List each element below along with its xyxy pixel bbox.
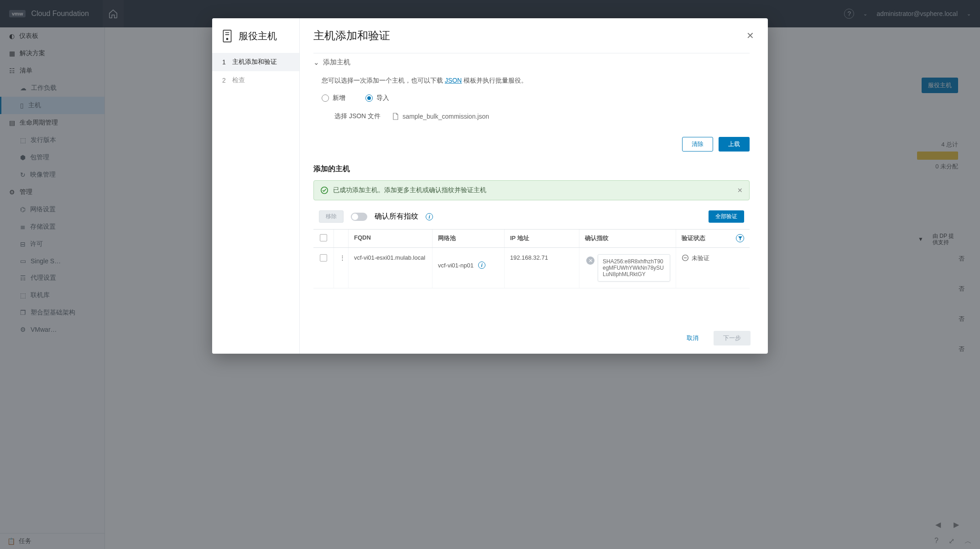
commission-wizard-dialog: 服役主机 1主机添加和验证 2检查 主机添加和验证 ✕ ⌄ 添加主机 您可以选择…	[212, 18, 768, 27]
wizard-content: 主机添加和验证 ✕ ⌄ 添加主机 您可以选择一次添加一个主机，也可以下载 JSO…	[300, 18, 768, 27]
wizard-title-left: 服役主机	[212, 26, 299, 27]
wizard-left-panel: 服役主机 1主机添加和验证 2检查	[212, 18, 300, 27]
modal-overlay: 服役主机 1主机添加和验证 2检查 主机添加和验证 ✕ ⌄ 添加主机 您可以选择…	[0, 0, 980, 27]
